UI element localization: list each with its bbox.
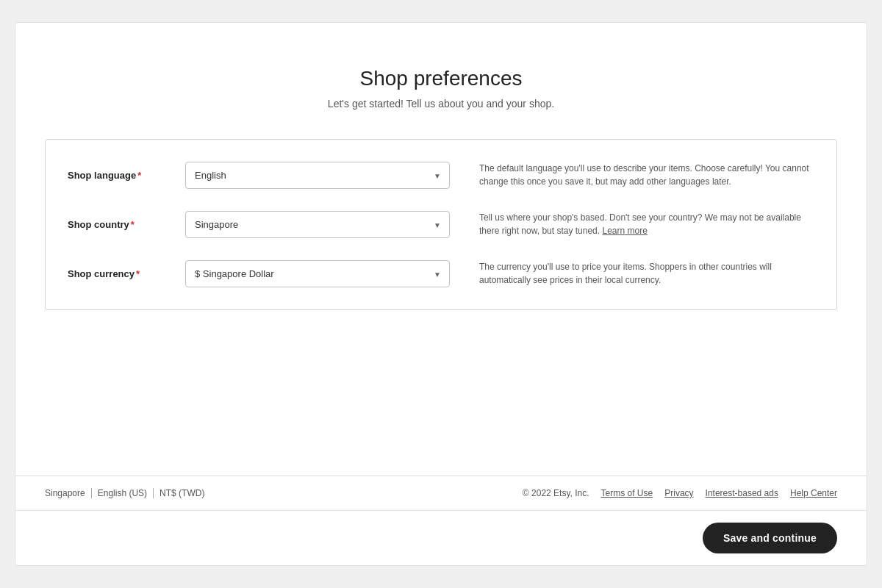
learn-more-link[interactable]: Learn more <box>602 226 647 236</box>
currency-select[interactable]: $ Singapore Dollar $ US Dollar £ British… <box>185 260 450 287</box>
country-required: * <box>131 219 135 230</box>
main-content: Shop preferences Let's get started! Tell… <box>15 23 867 476</box>
footer-currency: NT$ (TWD) <box>154 488 210 498</box>
currency-label: Shop currency* <box>68 268 185 279</box>
footer-country: Singapore <box>45 488 92 498</box>
save-continue-button[interactable]: Save and continue <box>703 523 837 553</box>
footer-links: © 2022 Etsy, Inc. Terms of Use Privacy I… <box>523 488 837 498</box>
page-header: Shop preferences Let's get started! Tell… <box>45 67 837 110</box>
language-select-wrapper: English French German Spanish ▼ <box>185 162 450 189</box>
footer-section: Singapore English (US) NT$ (TWD) © 2022 … <box>15 476 867 510</box>
currency-required: * <box>136 268 140 279</box>
page-title: Shop preferences <box>45 67 837 90</box>
page-wrapper: Shop preferences Let's get started! Tell… <box>15 22 867 566</box>
language-select[interactable]: English French German Spanish <box>185 162 450 189</box>
language-label: Shop language* <box>68 170 185 181</box>
currency-left: Shop currency* $ Singapore Dollar $ US D… <box>68 260 450 287</box>
language-row: Shop language* English French German Spa… <box>68 162 814 189</box>
currency-select-wrapper: $ Singapore Dollar $ US Dollar £ British… <box>185 260 450 287</box>
country-left: Shop country* Singapore United States Un… <box>68 211 450 238</box>
language-left: Shop language* English French German Spa… <box>68 162 450 189</box>
bottom-bar: Save and continue <box>15 510 867 565</box>
country-label: Shop country* <box>68 219 185 230</box>
help-center-link[interactable]: Help Center <box>790 488 837 498</box>
interest-based-ads-link[interactable]: Interest-based ads <box>706 488 778 498</box>
page-subtitle: Let's get started! Tell us about you and… <box>45 98 837 110</box>
currency-row: Shop currency* $ Singapore Dollar $ US D… <box>68 260 814 287</box>
footer-language: English (US) <box>92 488 154 498</box>
country-select-wrapper: Singapore United States United Kingdom A… <box>185 211 450 238</box>
form-card: Shop language* English French German Spa… <box>45 139 837 310</box>
country-row: Shop country* Singapore United States Un… <box>68 211 814 238</box>
country-select[interactable]: Singapore United States United Kingdom A… <box>185 211 450 238</box>
privacy-link[interactable]: Privacy <box>664 488 693 498</box>
currency-description: The currency you'll use to price your it… <box>450 260 814 287</box>
terms-of-use-link[interactable]: Terms of Use <box>601 488 653 498</box>
language-required: * <box>137 170 141 181</box>
footer-copyright: © 2022 Etsy, Inc. <box>523 488 589 498</box>
language-description: The default language you'll use to descr… <box>450 162 814 188</box>
footer-locale: Singapore English (US) NT$ (TWD) <box>45 488 210 498</box>
country-description: Tell us where your shop's based. Don't s… <box>450 211 814 237</box>
